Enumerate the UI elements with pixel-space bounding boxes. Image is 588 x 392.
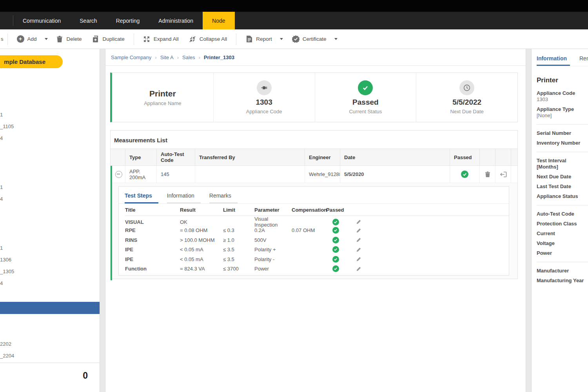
nav-tab-node[interactable]: Node bbox=[203, 12, 234, 29]
edit-step-button[interactable] bbox=[356, 237, 361, 243]
nav-tab-communication[interactable]: Communication bbox=[13, 12, 70, 29]
collapse-all-button[interactable]: Collapse All bbox=[184, 29, 232, 49]
field-label: Power bbox=[537, 250, 588, 256]
edit-step-button[interactable] bbox=[356, 219, 361, 225]
col-date: Date bbox=[340, 149, 450, 165]
report-dropdown-caret-icon[interactable] bbox=[280, 38, 283, 40]
tab-information[interactable]: Information bbox=[167, 190, 201, 203]
expand-all-button[interactable]: Expand All bbox=[138, 29, 184, 49]
step-passed-check-icon bbox=[332, 237, 339, 243]
step-parameter: Power bbox=[254, 266, 292, 272]
tree-footer-divider bbox=[0, 363, 100, 363]
tree-root-database-pill[interactable]: mple Database bbox=[0, 55, 63, 68]
measurement-row[interactable]: APP. 200mA 145 Wehrle_91288 5/5/2020 bbox=[112, 166, 517, 183]
expanded-measurement-group: APP. 200mA 145 Wehrle_91288 5/5/2020 Tes… bbox=[111, 166, 517, 280]
report-button[interactable]: Report bbox=[240, 29, 277, 49]
breadcrumb-separator: › bbox=[155, 54, 156, 60]
field-label: Auto-Test Code bbox=[537, 211, 588, 217]
tree-item[interactable]: _2204 bbox=[0, 353, 14, 359]
expand-all-label: Expand All bbox=[154, 36, 179, 42]
move-measurement-button[interactable] bbox=[500, 171, 507, 178]
delete-measurement-button[interactable] bbox=[485, 171, 490, 178]
tree-item[interactable]: 4 bbox=[0, 196, 3, 202]
edit-step-button[interactable] bbox=[356, 256, 361, 262]
tree-item-selected[interactable] bbox=[0, 302, 100, 314]
delete-button[interactable]: Delete bbox=[51, 29, 87, 49]
test-steps-header: Title Result Limit Parameter Compensatio… bbox=[125, 204, 509, 216]
nav-tab-administration[interactable]: Administration bbox=[149, 12, 203, 29]
tree-item[interactable]: 1 bbox=[0, 112, 3, 118]
breadcrumb-link-site[interactable]: Site A bbox=[160, 54, 174, 60]
tree-item[interactable]: 4 bbox=[0, 135, 3, 141]
tab-test-steps[interactable]: Test Steps bbox=[125, 190, 158, 203]
add-button-label: Add bbox=[27, 36, 37, 42]
tab-information-side[interactable]: Information bbox=[537, 53, 570, 66]
tree-item[interactable]: _1105 bbox=[0, 123, 14, 129]
certificate-button[interactable]: Certificate bbox=[287, 29, 332, 49]
breadcrumb-link-company[interactable]: Sample Company bbox=[111, 54, 151, 60]
step-limit: ≤ 3700 bbox=[223, 266, 254, 272]
add-button[interactable]: + Add bbox=[12, 29, 42, 49]
group-divider bbox=[537, 262, 588, 262]
col-engineer: Engineer bbox=[305, 149, 340, 165]
field-label: Next Due Date bbox=[537, 174, 588, 180]
step-compensation: 0.07 OHM bbox=[292, 227, 326, 233]
tree-item[interactable]: 1 bbox=[0, 245, 3, 251]
step-result: = 824.3 VA bbox=[180, 266, 223, 272]
test-step-row: VISUAL OK Visual Inspection bbox=[125, 216, 509, 226]
info-group: Auto-Test Code Protection Class Current … bbox=[537, 211, 588, 256]
collapse-all-label: Collapse All bbox=[200, 36, 227, 42]
tree-item[interactable]: _1305 bbox=[0, 269, 14, 274]
tree-item[interactable]: 2202 bbox=[0, 341, 11, 347]
step-result: OK bbox=[180, 219, 223, 225]
breadcrumb: Sample Company › Site A › Sales › Printe… bbox=[105, 49, 526, 66]
information-side-panel: Information Remarks Printer Appliance Co… bbox=[531, 49, 588, 392]
step-passed-check-icon bbox=[332, 246, 339, 253]
step-limit: ≥ 1.0 bbox=[223, 237, 254, 243]
field-appliance-type: Appliance Type [None] bbox=[537, 106, 588, 119]
info-group: Appliance Code 1303 Appliance Type [None… bbox=[537, 90, 588, 119]
add-dropdown-caret-icon[interactable] bbox=[45, 38, 48, 40]
tree-item[interactable]: 1306 bbox=[0, 257, 11, 263]
breadcrumb-link-sales[interactable]: Sales bbox=[182, 54, 195, 60]
edit-step-button[interactable] bbox=[356, 247, 361, 252]
step-title: Function bbox=[125, 266, 180, 272]
edit-step-button[interactable] bbox=[356, 228, 361, 233]
toolbar-divider bbox=[7, 33, 8, 45]
tab-remarks-side[interactable]: Remarks bbox=[579, 53, 588, 66]
delete-button-label: Delete bbox=[67, 36, 82, 42]
summary-next-due-date: 5/5/2022 Next Due Date bbox=[416, 73, 517, 122]
measurements-card: Measurements List Type Auto-Test Code Tr… bbox=[110, 130, 518, 279]
tree-item[interactable]: 4 bbox=[0, 280, 3, 286]
nav-tab-reporting[interactable]: Reporting bbox=[107, 12, 149, 29]
plus-circle-icon: + bbox=[17, 35, 24, 43]
col-title: Title bbox=[125, 207, 180, 213]
edit-step-button[interactable] bbox=[356, 266, 361, 272]
collapse-row-icon[interactable] bbox=[115, 171, 122, 178]
appliance-code-value: 1303 bbox=[256, 98, 272, 107]
tree-footer-count: 0 bbox=[83, 370, 88, 381]
info-group: Manufacturer Manufacturing Year bbox=[537, 268, 588, 284]
next-due-date-value: 5/5/2022 bbox=[452, 98, 481, 107]
tab-remarks[interactable]: Remarks bbox=[209, 190, 238, 203]
toolbar-divider bbox=[236, 33, 236, 45]
tree-item[interactable]: 1 bbox=[0, 184, 3, 190]
duplicate-button[interactable]: Duplicate bbox=[87, 29, 130, 49]
col-transferred-by: Transferred By bbox=[195, 149, 305, 165]
certificate-badge-icon bbox=[292, 35, 299, 43]
field-label: Appliance Type bbox=[537, 106, 588, 113]
measurements-table-header: Type Auto-Test Code Transferred By Engin… bbox=[111, 149, 517, 166]
step-limit: ≤ 0.3 bbox=[223, 227, 254, 233]
next-due-date-label: Next Due Date bbox=[450, 109, 483, 114]
nav-tab-search[interactable]: Search bbox=[70, 12, 106, 29]
test-step-row: IPE < 0.05 mA ≤ 3.5 Polarity + bbox=[125, 245, 509, 255]
test-step-row: RPE = 0.08 OHM ≤ 0.3 0.2A 0.07 OHM bbox=[125, 226, 509, 236]
appliance-code-label: Appliance Code bbox=[246, 109, 282, 114]
duplicate-icon bbox=[92, 35, 100, 43]
side-panel-tabs: Information Remarks bbox=[537, 53, 588, 66]
field-label: Manufacturer bbox=[537, 268, 588, 274]
certificate-dropdown-caret-icon[interactable] bbox=[334, 38, 338, 40]
navigation-tree-panel: mple Database 1 _1105 4 1 4 1 1306 _1305… bbox=[0, 49, 100, 392]
info-group: Test Interval [Months] Next Due Date Las… bbox=[537, 158, 588, 200]
field-label: Protection Class bbox=[537, 221, 588, 227]
